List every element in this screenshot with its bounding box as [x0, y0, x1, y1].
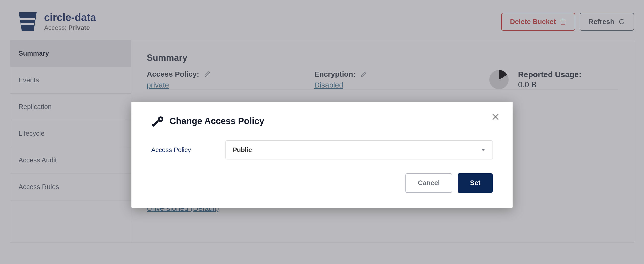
modal-field-label: Access Policy	[151, 146, 196, 154]
set-button[interactable]: Set	[458, 173, 493, 193]
modal-actions: Cancel Set	[151, 173, 493, 193]
modal-title: Change Access Policy	[170, 116, 264, 126]
change-access-policy-modal: Change Access Policy Access Policy Publi…	[132, 102, 512, 208]
chevron-down-icon	[481, 148, 486, 152]
svg-rect-6	[152, 124, 154, 126]
svg-point-4	[160, 118, 162, 120]
access-policy-select[interactable]: Public	[226, 140, 493, 159]
modal-overlay[interactable]: Change Access Policy Access Policy Publi…	[0, 0, 644, 264]
close-icon[interactable]	[491, 113, 500, 121]
modal-header: Change Access Policy	[151, 116, 493, 127]
access-policy-selected: Public	[233, 146, 252, 154]
modal-body: Access Policy Public	[151, 140, 493, 159]
key-icon	[151, 116, 164, 127]
cancel-button[interactable]: Cancel	[406, 173, 452, 193]
